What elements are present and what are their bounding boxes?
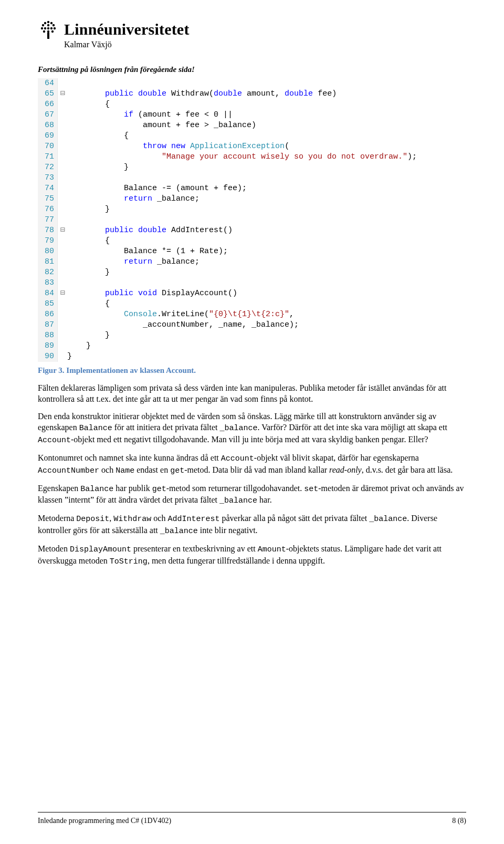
svg-point-6 [47, 24, 49, 26]
fold-marker[interactable]: ⊟ [58, 89, 67, 99]
paragraph-6: Metoden DisplayAmount presenterar en tex… [38, 543, 466, 567]
svg-rect-0 [47, 33, 49, 39]
svg-point-2 [44, 22, 46, 24]
fold-marker [58, 215, 67, 225]
code-content: public double Withdraw(double amount, do… [67, 89, 337, 99]
line-number: 83 [38, 278, 58, 288]
code-content: } [67, 351, 72, 362]
page-footer: Inledande programmering med C# (1DV402) … [38, 817, 466, 825]
line-number: 70 [38, 141, 58, 152]
code-line: 78⊟ public double AddInterest() [38, 225, 466, 236]
figure-caption: Figur 3. Implementationen av klassen Acc… [38, 366, 466, 375]
line-number: 86 [38, 309, 58, 320]
fold-marker [58, 299, 67, 309]
line-number: 73 [38, 173, 58, 183]
fold-marker [58, 183, 67, 194]
logo-row: Linnéuniversitetet [38, 19, 466, 40]
fold-marker [58, 257, 67, 267]
svg-point-5 [52, 24, 55, 26]
svg-point-14 [47, 30, 49, 33]
line-number: 78 [38, 225, 58, 236]
line-number: 85 [38, 299, 58, 309]
code-line: 88 } [38, 330, 466, 341]
code-line: 89 } [38, 341, 466, 351]
svg-point-12 [43, 30, 45, 33]
fold-marker [58, 110, 67, 120]
fold-marker [58, 309, 67, 320]
fold-marker [58, 131, 67, 141]
code-line: 64 [38, 78, 466, 89]
code-content [67, 215, 72, 225]
code-line: 68 amount + fee > _balance) [38, 120, 466, 131]
fold-marker[interactable]: ⊟ [58, 225, 67, 236]
line-number: 72 [38, 162, 58, 173]
footer-right: 8 (8) [452, 817, 466, 825]
svg-point-1 [47, 21, 49, 23]
paragraph-1: Fälten deklareras lämpligen som privata … [38, 382, 466, 404]
code-content: amount + fee > _balance) [67, 120, 256, 131]
code-line: 77 [38, 215, 466, 225]
line-number: 68 [38, 120, 58, 131]
line-number: 79 [38, 236, 58, 246]
code-content: } [67, 341, 91, 351]
code-content: } [67, 267, 110, 278]
code-line: 66 { [38, 99, 466, 110]
tree-icon [38, 19, 59, 40]
code-line: 73 [38, 173, 466, 183]
line-number: 76 [38, 204, 58, 215]
code-content: { [67, 99, 110, 110]
fold-marker [58, 120, 67, 131]
fold-marker [58, 162, 67, 173]
line-number: 80 [38, 246, 58, 257]
svg-point-8 [54, 27, 56, 29]
code-line: 69 { [38, 131, 466, 141]
line-number: 89 [38, 341, 58, 351]
fold-marker [58, 267, 67, 278]
line-number: 75 [38, 194, 58, 204]
fold-marker [58, 246, 67, 257]
fold-marker [58, 320, 67, 330]
svg-point-11 [47, 27, 49, 29]
code-line: 72 } [38, 162, 466, 173]
fold-marker [58, 194, 67, 204]
line-number: 87 [38, 320, 58, 330]
code-line: 74 Balance -= (amount + fee); [38, 183, 466, 194]
footer-divider [38, 812, 466, 812]
line-number: 67 [38, 110, 58, 120]
page: Linnéuniversitetet Kalmar Växjö Fortsätt… [0, 0, 504, 844]
footer-left: Inledande programmering med C# (1DV402) [38, 817, 171, 825]
code-line: 81 return _balance; [38, 257, 466, 267]
fold-marker [58, 236, 67, 246]
code-content: } [67, 162, 129, 173]
code-content: Balance *= (1 + Rate); [67, 246, 228, 257]
code-line: 65⊟ public double Withdraw(double amount… [38, 89, 466, 99]
code-line: 87 _accountNumber, _name, _balance); [38, 320, 466, 330]
line-number: 69 [38, 131, 58, 141]
code-content: return _balance; [67, 194, 200, 204]
svg-point-9 [44, 27, 46, 29]
fold-marker [58, 152, 67, 162]
code-line: 80 Balance *= (1 + Rate); [38, 246, 466, 257]
code-content [67, 173, 72, 183]
code-line: 67 if (amount + fee < 0 || [38, 110, 466, 120]
line-number: 82 [38, 267, 58, 278]
svg-point-7 [41, 27, 43, 29]
code-content: { [67, 131, 129, 141]
line-number: 74 [38, 183, 58, 194]
paragraph-4: Egenskapen Balance har publik get-metod … [38, 483, 466, 507]
code-content [67, 78, 72, 89]
code-content: Balance -= (amount + fee); [67, 183, 247, 194]
code-line: 71 "Manage your account wisely so you do… [38, 152, 466, 162]
fold-marker [58, 141, 67, 152]
line-number: 64 [38, 78, 58, 89]
code-content: throw new ApplicationException( [67, 141, 289, 152]
line-number: 84 [38, 288, 58, 299]
line-number: 81 [38, 257, 58, 267]
code-line: 84⊟ public void DisplayAccount() [38, 288, 466, 299]
fold-marker[interactable]: ⊟ [58, 288, 67, 299]
code-line: 83 [38, 278, 466, 288]
code-content: if (amount + fee < 0 || [67, 110, 233, 120]
code-line: 79 { [38, 236, 466, 246]
line-number: 90 [38, 351, 58, 362]
code-line: 76 } [38, 204, 466, 215]
